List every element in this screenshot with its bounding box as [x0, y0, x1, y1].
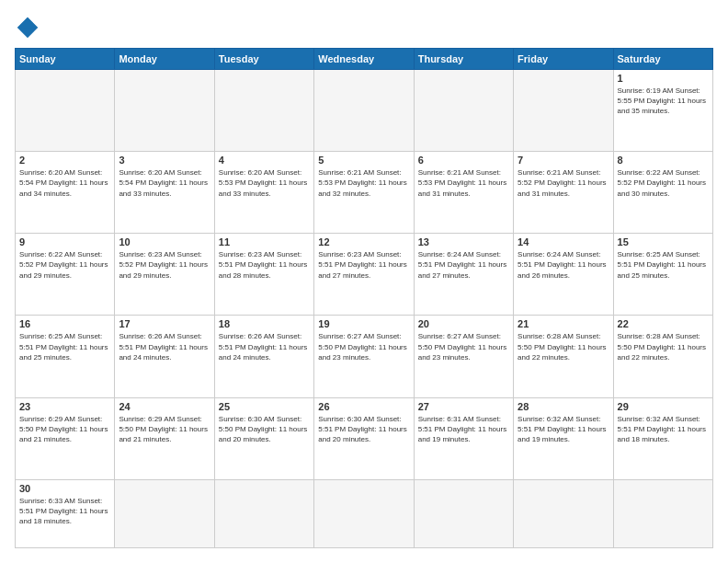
day-number: 20 — [418, 318, 509, 329]
day-number: 21 — [518, 318, 609, 329]
day-number: 30 — [19, 483, 110, 494]
day-info: Sunrise: 6:22 AM Sunset: 5:52 PM Dayligh… — [618, 167, 709, 199]
day-header-saturday: Saturday — [613, 49, 712, 70]
day-info: Sunrise: 6:21 AM Sunset: 5:53 PM Dayligh… — [318, 167, 409, 199]
day-number: 3 — [119, 155, 210, 166]
day-info: Sunrise: 6:19 AM Sunset: 5:55 PM Dayligh… — [618, 86, 709, 117]
day-info: Sunrise: 6:29 AM Sunset: 5:50 PM Dayligh… — [19, 414, 110, 445]
day-info: Sunrise: 6:20 AM Sunset: 5:53 PM Dayligh… — [219, 167, 310, 199]
day-info: Sunrise: 6:26 AM Sunset: 5:51 PM Dayligh… — [219, 331, 310, 362]
day-info: Sunrise: 6:30 AM Sunset: 5:50 PM Dayligh… — [219, 414, 310, 445]
calendar-week-4: 16Sunrise: 6:25 AM Sunset: 5:51 PM Dayli… — [16, 316, 713, 397]
day-info: Sunrise: 6:25 AM Sunset: 5:51 PM Dayligh… — [618, 249, 709, 281]
calendar-cell: 30Sunrise: 6:33 AM Sunset: 5:51 PM Dayli… — [16, 479, 115, 547]
calendar-week-1: 1Sunrise: 6:19 AM Sunset: 5:55 PM Daylig… — [16, 70, 713, 152]
calendar-cell: 3Sunrise: 6:20 AM Sunset: 5:54 PM Daylig… — [115, 152, 214, 234]
day-number: 7 — [518, 155, 609, 166]
day-number: 29 — [618, 401, 709, 412]
day-number: 12 — [318, 236, 409, 247]
day-info: Sunrise: 6:24 AM Sunset: 5:51 PM Dayligh… — [518, 249, 609, 281]
calendar-week-2: 2Sunrise: 6:20 AM Sunset: 5:54 PM Daylig… — [16, 152, 713, 234]
day-number: 13 — [418, 236, 509, 247]
day-info: Sunrise: 6:23 AM Sunset: 5:51 PM Dayligh… — [318, 249, 409, 281]
day-info: Sunrise: 6:20 AM Sunset: 5:54 PM Dayligh… — [19, 167, 110, 199]
svg-marker-1 — [17, 17, 38, 29]
calendar-cell: 10Sunrise: 6:23 AM Sunset: 5:52 PM Dayli… — [115, 234, 214, 316]
calendar-cell: 27Sunrise: 6:31 AM Sunset: 5:51 PM Dayli… — [414, 397, 513, 479]
calendar-cell — [514, 70, 613, 152]
calendar-cell — [115, 479, 214, 547]
calendar-cell: 25Sunrise: 6:30 AM Sunset: 5:50 PM Dayli… — [214, 397, 313, 479]
day-number: 8 — [618, 155, 709, 166]
day-info: Sunrise: 6:20 AM Sunset: 5:54 PM Dayligh… — [119, 167, 210, 199]
calendar-cell: 22Sunrise: 6:28 AM Sunset: 5:50 PM Dayli… — [613, 316, 712, 397]
day-info: Sunrise: 6:29 AM Sunset: 5:50 PM Dayligh… — [119, 414, 210, 445]
day-info: Sunrise: 6:32 AM Sunset: 5:51 PM Dayligh… — [618, 414, 709, 445]
calendar-cell: 8Sunrise: 6:22 AM Sunset: 5:52 PM Daylig… — [613, 152, 712, 234]
day-info: Sunrise: 6:24 AM Sunset: 5:51 PM Dayligh… — [418, 249, 509, 281]
day-info: Sunrise: 6:28 AM Sunset: 5:50 PM Dayligh… — [518, 331, 609, 362]
day-info: Sunrise: 6:26 AM Sunset: 5:51 PM Dayligh… — [119, 331, 210, 362]
calendar-cell: 5Sunrise: 6:21 AM Sunset: 5:53 PM Daylig… — [314, 152, 414, 234]
day-info: Sunrise: 6:27 AM Sunset: 5:50 PM Dayligh… — [418, 331, 509, 362]
calendar-cell — [16, 70, 115, 152]
calendar-cell: 23Sunrise: 6:29 AM Sunset: 5:50 PM Dayli… — [16, 397, 115, 479]
day-info: Sunrise: 6:32 AM Sunset: 5:51 PM Dayligh… — [518, 414, 609, 445]
day-number: 4 — [219, 155, 310, 166]
day-number: 18 — [219, 318, 310, 329]
logo-icon: GeneralBlue — [15, 15, 40, 40]
day-number: 11 — [219, 236, 310, 247]
day-header-sunday: Sunday — [16, 49, 115, 70]
day-info: Sunrise: 6:23 AM Sunset: 5:52 PM Dayligh… — [119, 249, 210, 281]
calendar-cell — [514, 479, 613, 547]
calendar-cell: 9Sunrise: 6:22 AM Sunset: 5:52 PM Daylig… — [16, 234, 115, 316]
day-info: Sunrise: 6:21 AM Sunset: 5:53 PM Dayligh… — [418, 167, 509, 199]
calendar-cell: 18Sunrise: 6:26 AM Sunset: 5:51 PM Dayli… — [214, 316, 313, 397]
calendar-cell: 19Sunrise: 6:27 AM Sunset: 5:50 PM Dayli… — [314, 316, 414, 397]
calendar-cell: 13Sunrise: 6:24 AM Sunset: 5:51 PM Dayli… — [414, 234, 513, 316]
calendar-cell — [613, 479, 712, 547]
day-number: 19 — [318, 318, 409, 329]
calendar-cell: 4Sunrise: 6:20 AM Sunset: 5:53 PM Daylig… — [214, 152, 313, 234]
day-info: Sunrise: 6:23 AM Sunset: 5:51 PM Dayligh… — [219, 249, 310, 281]
calendar-cell — [414, 479, 513, 547]
calendar-cell: 12Sunrise: 6:23 AM Sunset: 5:51 PM Dayli… — [314, 234, 414, 316]
day-number: 22 — [618, 318, 709, 329]
calendar-cell: 15Sunrise: 6:25 AM Sunset: 5:51 PM Dayli… — [613, 234, 712, 316]
header: GeneralBlue — [15, 15, 713, 40]
day-number: 24 — [119, 401, 210, 412]
calendar-cell: 17Sunrise: 6:26 AM Sunset: 5:51 PM Dayli… — [115, 316, 214, 397]
calendar-cell: 7Sunrise: 6:21 AM Sunset: 5:52 PM Daylig… — [514, 152, 613, 234]
day-number: 17 — [119, 318, 210, 329]
calendar-cell: 29Sunrise: 6:32 AM Sunset: 5:51 PM Dayli… — [613, 397, 712, 479]
day-header-wednesday: Wednesday — [314, 49, 414, 70]
calendar-week-5: 23Sunrise: 6:29 AM Sunset: 5:50 PM Dayli… — [16, 397, 713, 479]
day-header-monday: Monday — [115, 49, 214, 70]
calendar-cell — [414, 70, 513, 152]
day-number: 16 — [19, 318, 110, 329]
day-number: 23 — [19, 401, 110, 412]
calendar-cell: 26Sunrise: 6:30 AM Sunset: 5:51 PM Dayli… — [314, 397, 414, 479]
calendar-cell — [314, 70, 414, 152]
calendar-cell — [314, 479, 414, 547]
calendar-cell: 2Sunrise: 6:20 AM Sunset: 5:54 PM Daylig… — [16, 152, 115, 234]
calendar-cell: 16Sunrise: 6:25 AM Sunset: 5:51 PM Dayli… — [16, 316, 115, 397]
calendar-cell: 1Sunrise: 6:19 AM Sunset: 5:55 PM Daylig… — [613, 70, 712, 152]
calendar-cell: 21Sunrise: 6:28 AM Sunset: 5:50 PM Dayli… — [514, 316, 613, 397]
calendar-cell — [115, 70, 214, 152]
page: GeneralBlue SundayMondayTuesdayWednesday… — [0, 0, 728, 563]
calendar-cell — [214, 479, 313, 547]
calendar-header-row: SundayMondayTuesdayWednesdayThursdayFrid… — [16, 49, 713, 70]
day-number: 15 — [618, 236, 709, 247]
calendar-cell: 6Sunrise: 6:21 AM Sunset: 5:53 PM Daylig… — [414, 152, 513, 234]
calendar-cell — [214, 70, 313, 152]
day-header-thursday: Thursday — [414, 49, 513, 70]
logo: GeneralBlue — [15, 15, 44, 40]
day-number: 25 — [219, 401, 310, 412]
day-number: 26 — [318, 401, 409, 412]
day-info: Sunrise: 6:22 AM Sunset: 5:52 PM Dayligh… — [19, 249, 110, 281]
calendar-cell: 24Sunrise: 6:29 AM Sunset: 5:50 PM Dayli… — [115, 397, 214, 479]
day-header-friday: Friday — [514, 49, 613, 70]
day-number: 28 — [518, 401, 609, 412]
day-header-tuesday: Tuesday — [214, 49, 313, 70]
